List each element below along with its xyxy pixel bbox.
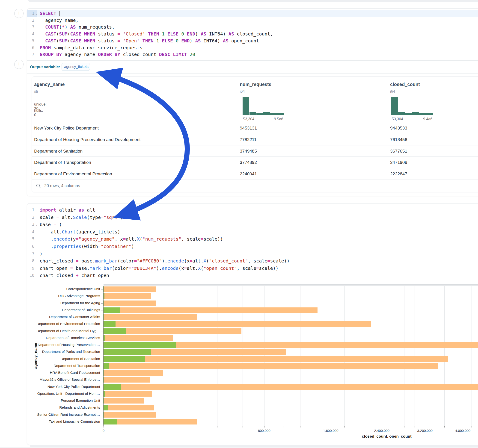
token-kw: CASE: [70, 31, 81, 37]
column-type: i64: [390, 89, 395, 93]
x-axis-domain: [104, 426, 478, 426]
output-variable-pill[interactable]: agency_tickets: [62, 63, 90, 71]
token-kw: THEN: [143, 38, 154, 44]
x-tick: [358, 426, 358, 428]
token-pl: [53, 52, 56, 57]
y-axis-label: DHS Advantage Programs: [32, 294, 100, 298]
table-row[interactable]: New York City Police Department945313194…: [32, 122, 478, 134]
bar-open-count: [104, 286, 104, 292]
token-pl: .: [40, 244, 53, 249]
bar-closed-count: [104, 321, 371, 327]
y-axis-label: Refunds and Adjustments: [32, 405, 100, 410]
token-st: "#FFC080": [137, 258, 162, 264]
x-tick: [425, 426, 425, 428]
histogram-bar: [391, 97, 398, 115]
add-cell-button-top[interactable]: +: [14, 9, 24, 18]
y-axis-label: Personal Exemption Unit: [32, 398, 100, 403]
x-tick: [404, 426, 404, 428]
token-nu: 1: [162, 31, 165, 37]
gridline: [243, 286, 243, 426]
x-tick: [264, 426, 264, 428]
token-pl: (: [201, 266, 203, 271]
token-kw: LIMIT: [173, 52, 187, 57]
token-pl: ): [65, 24, 70, 30]
line-number: 3: [27, 24, 34, 31]
x-tick: [382, 426, 382, 428]
token-op: =: [267, 258, 270, 264]
token-fn: X: [198, 266, 201, 271]
table-row-count: 20 rows, 4 columns: [44, 183, 80, 188]
hist-max-label: 9.5e6: [274, 117, 283, 121]
token-pl: (color: [112, 266, 128, 271]
y-tick: [101, 380, 103, 380]
token-pl: base: [40, 222, 53, 227]
y-tick: [101, 338, 103, 338]
token-st: "open_count": [204, 266, 237, 271]
bar-open-count: [104, 363, 109, 369]
add-cell-button-output[interactable]: +: [14, 60, 24, 69]
token-pl: , scale: [181, 236, 201, 242]
next-cell-edge: [0, 447, 478, 448]
token-kw: SUM: [59, 31, 67, 37]
column-header-agency_name[interactable]: agency_name: [34, 82, 65, 87]
code-text: GROUP BY agency_name ORDER BY closed_cou…: [40, 51, 195, 58]
token-pl: base.: [73, 266, 90, 271]
bar-open-count: [104, 398, 104, 404]
table-cell: 7618456: [390, 134, 407, 145]
table-row[interactable]: Department of Sanitation37494853677651: [32, 145, 478, 157]
token-pl: scale)): [204, 236, 223, 242]
gridline: [264, 286, 264, 426]
gridline: [283, 286, 283, 426]
token-kw: CAST: [45, 31, 56, 37]
table-row[interactable]: Department of Transportation377489234719…: [32, 156, 478, 168]
token-pl: alt.: [126, 236, 137, 242]
column-header-closed_count[interactable]: closed_count: [390, 82, 420, 87]
y-axis-label: Correspondence Unit: [32, 287, 100, 291]
token-kw: BY: [56, 52, 62, 57]
token-pl: [184, 31, 187, 37]
bar-open-count: [104, 342, 176, 348]
line-number: 6: [27, 44, 34, 51]
token-kw: BY: [115, 52, 120, 57]
token-kw: DESC: [159, 52, 170, 57]
token-fn: Scale: [73, 215, 87, 220]
gridline: [184, 286, 184, 426]
table-cell: Department of Environmental Protection: [34, 168, 112, 180]
token-kw: ORDER: [98, 52, 112, 57]
x-tick: [184, 426, 184, 428]
x-axis-label: 3,200,000: [411, 429, 439, 433]
line-number: 1: [27, 10, 34, 17]
bar-open-count: [104, 314, 104, 320]
token-pl: (width: [82, 244, 98, 249]
token-pl: alt.: [59, 215, 73, 220]
token-pl: INT64): [201, 38, 223, 44]
code-text: .encode(y="agency_name", x=alt.X("num_re…: [40, 236, 223, 243]
y-tick: [101, 324, 103, 324]
line-number: 5: [27, 236, 34, 243]
x-tick: [331, 426, 331, 428]
table-cell: 2240041: [240, 168, 257, 180]
token-st: "#8BC34A": [131, 266, 156, 271]
chart-scrollbar[interactable]: [104, 284, 478, 286]
token-fn: encode: [53, 236, 70, 242]
table-row[interactable]: Department of Environmental Protection22…: [32, 168, 478, 180]
x-tick: [454, 426, 454, 428]
table-cell: New York City Police Department: [34, 122, 99, 134]
token-pl: [120, 38, 123, 44]
bar-open-count: [104, 328, 126, 334]
token-pl: (: [56, 31, 59, 37]
token-op: =: [101, 215, 104, 220]
table-cell: 9453131: [240, 122, 257, 134]
column-header-num_requests[interactable]: num_requests: [240, 82, 271, 87]
token-pl: (: [67, 38, 70, 44]
token-pl: [154, 38, 156, 44]
search-icon[interactable]: [36, 183, 41, 188]
token-pl: chart_closed: [40, 258, 76, 264]
histogram-bar: [426, 113, 433, 115]
histogram-bar: [256, 113, 263, 115]
editor-output-divider: [27, 60, 478, 61]
cell-bottom-shadow: [30, 445, 478, 447]
table-row[interactable]: Department of Housing Preservation and D…: [32, 134, 478, 145]
gutter-divider-python: [37, 206, 37, 280]
token-pl: agency_name: [62, 52, 98, 57]
